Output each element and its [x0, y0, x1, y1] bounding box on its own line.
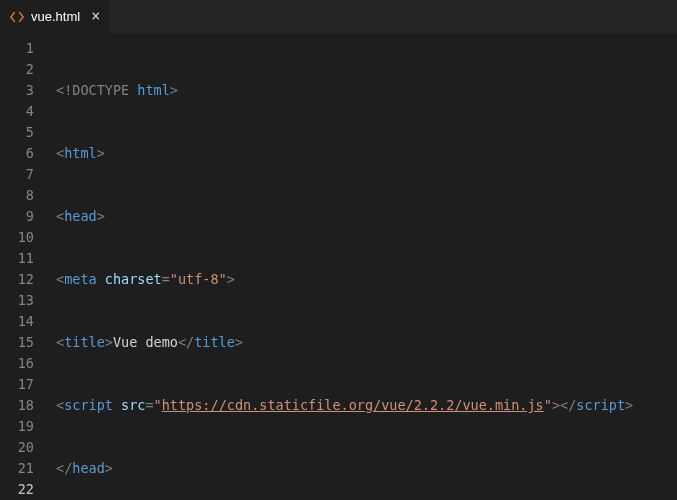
line-number: 22 [0, 479, 34, 500]
tab-vue-html[interactable]: vue.html × [0, 0, 110, 33]
code-line: <html> [56, 143, 633, 164]
line-number: 8 [0, 185, 34, 206]
line-number: 2 [0, 59, 34, 80]
tab-bar: vue.html × [0, 0, 677, 34]
line-number: 21 [0, 458, 34, 479]
code-line: <title>Vue demo</title> [56, 332, 633, 353]
code-area[interactable]: <!DOCTYPE html> <html> <head> <meta char… [48, 34, 633, 500]
line-number: 16 [0, 353, 34, 374]
code-icon [10, 10, 24, 24]
line-number: 5 [0, 122, 34, 143]
line-number: 10 [0, 227, 34, 248]
tab-label: vue.html [31, 9, 80, 24]
line-number-gutter: 1 2 3 4 5 6 7 8 9 10 11 12 13 14 15 16 1… [0, 34, 48, 500]
code-line: <script src="https://cdn.staticfile.org/… [56, 395, 633, 416]
line-number: 1 [0, 38, 34, 59]
line-number: 9 [0, 206, 34, 227]
line-number: 12 [0, 269, 34, 290]
line-number: 3 [0, 80, 34, 101]
code-line: <!DOCTYPE html> [56, 80, 633, 101]
code-line: <meta charset="utf-8"> [56, 269, 633, 290]
code-line: <head> [56, 206, 633, 227]
line-number: 18 [0, 395, 34, 416]
line-number: 20 [0, 437, 34, 458]
line-number: 13 [0, 290, 34, 311]
line-number: 14 [0, 311, 34, 332]
line-number: 4 [0, 101, 34, 122]
editor[interactable]: 1 2 3 4 5 6 7 8 9 10 11 12 13 14 15 16 1… [0, 34, 677, 500]
line-number: 11 [0, 248, 34, 269]
close-icon[interactable]: × [91, 9, 100, 24]
line-number: 17 [0, 374, 34, 395]
line-number: 19 [0, 416, 34, 437]
line-number: 15 [0, 332, 34, 353]
line-number: 6 [0, 143, 34, 164]
code-line: </head> [56, 458, 633, 479]
line-number: 7 [0, 164, 34, 185]
